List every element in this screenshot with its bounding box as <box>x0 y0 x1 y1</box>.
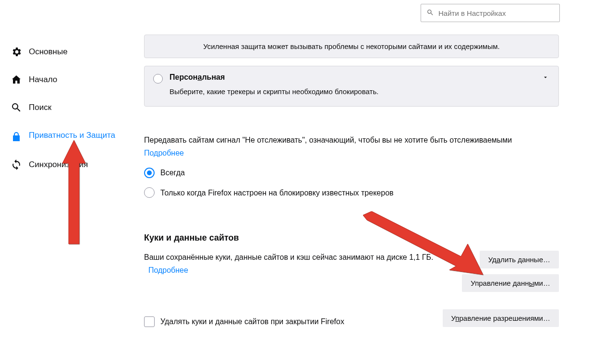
enhanced-protection-warning: Усиленная защита может вызывать проблемы… <box>144 35 559 58</box>
search-icon <box>426 9 434 16</box>
sidebar-item-sync[interactable]: Синхронизация <box>9 154 119 175</box>
gear-icon <box>11 46 22 58</box>
search-container <box>421 4 560 22</box>
dnt-always-row[interactable]: Всегда <box>144 166 559 179</box>
manage-data-button[interactable]: Управление данными… <box>462 274 559 292</box>
radio-dnt-always[interactable] <box>144 168 155 178</box>
sidebar-item-label: Основные <box>29 46 68 58</box>
search-icon <box>11 102 22 113</box>
warning-text: Усиленная защита может вызывать проблемы… <box>203 42 499 50</box>
delete-on-close-checkbox[interactable] <box>144 316 155 327</box>
custom-title: Персональная <box>169 73 550 82</box>
sidebar-item-label: Синхронизация <box>29 159 88 170</box>
manage-permissions-button[interactable]: Управление разрешениями… <box>443 309 559 327</box>
sidebar-item-home[interactable]: Начало <box>9 69 119 90</box>
clear-data-button[interactable]: Удалить данные… <box>480 251 559 268</box>
dnt-always-label: Всегда <box>160 166 185 179</box>
custom-subtitle: Выберите, какие трекеры и скрипты необхо… <box>169 87 550 96</box>
do-not-track-section: Передавать сайтам сигнал "Не отслеживать… <box>144 133 559 199</box>
cookies-bottom-left: Удалять куки и данные сайтов при закрыти… <box>144 299 443 327</box>
radio-dot-icon <box>147 170 152 175</box>
cookies-learn-more-link[interactable]: Подробнее <box>148 266 188 274</box>
sidebar-item-search[interactable]: Поиск <box>9 97 119 118</box>
sidebar-item-general[interactable]: Основные <box>9 41 119 62</box>
dnt-only-when-row[interactable]: Только когда Firefox настроен на блокиро… <box>144 186 559 199</box>
sidebar-item-label: Начало <box>29 74 57 85</box>
dnt-only-when-label: Только когда Firefox настроен на блокиро… <box>160 186 394 199</box>
search-input[interactable] <box>421 4 560 22</box>
cookies-row: Ваши сохранённые куки, данные сайтов и к… <box>144 251 559 298</box>
sidebar-item-label: Приватность и Защита <box>29 130 115 141</box>
cookies-stored-text: Ваши сохранённые куки, данные сайтов и к… <box>144 253 433 261</box>
delete-on-close-row[interactable]: Удалять куки и данные сайтов при закрыти… <box>144 316 443 327</box>
dnt-text: Передавать сайтам сигнал "Не отслеживать… <box>144 133 559 146</box>
chevron-down-icon <box>542 74 549 81</box>
sidebar-item-privacy[interactable]: Приватность и Защита <box>9 125 119 147</box>
lock-icon <box>11 131 22 143</box>
cookies-left: Ваши сохранённые куки, данные сайтов и к… <box>144 251 462 298</box>
protection-level-custom[interactable]: Персональная Выберите, какие трекеры и с… <box>144 66 559 107</box>
sidebar: Основные Начало Поиск Приватность и Защи… <box>9 41 119 182</box>
main-content: Усиленная защита может вызывать проблемы… <box>144 35 559 327</box>
cookies-heading: Куки и данные сайтов <box>144 233 559 243</box>
delete-on-close-label: Удалять куки и данные сайтов при закрыти… <box>160 317 344 326</box>
home-icon <box>11 74 22 85</box>
custom-body: Персональная Выберите, какие трекеры и с… <box>169 73 550 96</box>
dnt-learn-more-link[interactable]: Подробнее <box>144 149 184 157</box>
radio-custom[interactable] <box>153 74 163 84</box>
radio-dnt-only-when[interactable] <box>144 187 155 198</box>
cookies-bottom-row: Удалять куки и данные сайтов при закрыти… <box>144 298 559 327</box>
cookies-buttons: Удалить данные… Управление данными… <box>462 251 559 298</box>
sync-icon <box>11 159 22 170</box>
sidebar-item-label: Поиск <box>29 102 51 113</box>
